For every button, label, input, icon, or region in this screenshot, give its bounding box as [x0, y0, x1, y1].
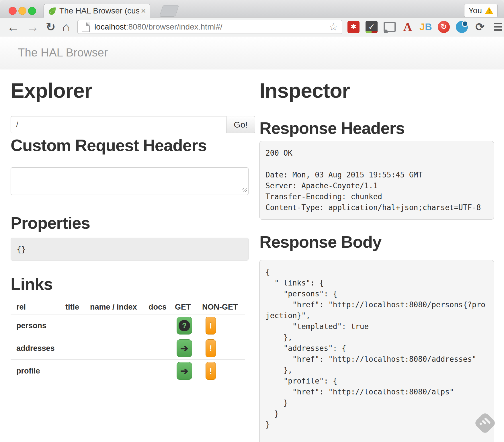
question-sign-icon: ? — [179, 320, 190, 331]
col-header-nonget: NON-GET — [202, 303, 245, 312]
bookmark-star-icon[interactable]: ☆ — [329, 21, 338, 33]
window-titlebar: The HAL Browser (customiz × You ! — [0, 0, 504, 17]
address-bar[interactable]: localhost:8080/browser/index.html#/ ☆ — [77, 20, 342, 34]
table-row-persons: persons ? ! — [11, 314, 245, 337]
window-zoom-button[interactable] — [28, 7, 36, 15]
lastpass-extension-icon[interactable]: ✱ — [347, 21, 360, 33]
profile-warning-icon: ! — [485, 7, 493, 14]
explorer-title: Explorer — [11, 79, 255, 102]
exclamation-icon: ! — [209, 321, 212, 330]
tab-title: The HAL Browser (customiz — [59, 6, 139, 15]
window-close-button[interactable] — [9, 7, 17, 15]
rel-label: persons — [11, 321, 65, 330]
blue-circle-extension-icon[interactable] — [456, 21, 468, 33]
back-icon[interactable]: ← — [7, 20, 19, 34]
browser-window: The HAL Browser (customiz × You ! ← → ↻ … — [0, 0, 504, 442]
non-get-button[interactable]: ! — [206, 339, 216, 357]
get-button[interactable]: ➔ — [177, 339, 192, 357]
cast-extension-icon[interactable] — [384, 21, 396, 33]
properties-title: Properties — [11, 213, 255, 232]
exclamation-icon: ! — [209, 366, 212, 376]
exclamation-icon: ! — [209, 343, 212, 353]
explorer-address-input[interactable] — [11, 116, 226, 133]
forward-icon[interactable]: → — [26, 20, 39, 34]
home-icon[interactable]: ⌂ — [62, 20, 70, 34]
rel-label: profile — [11, 367, 65, 375]
url-path: :8080/browser/index.html#/ — [126, 22, 222, 31]
col-header-title: title — [65, 303, 90, 312]
profile-button[interactable]: You ! — [464, 4, 498, 17]
response-headers-panel: 200 OK Date: Mon, 03 Aug 2015 19:55:45 G… — [259, 141, 494, 220]
table-row-profile: profile ➔ ! — [11, 360, 245, 382]
go-button[interactable]: Go! — [226, 116, 255, 133]
inspector-title: Inspector — [259, 79, 494, 102]
get-button[interactable]: ➔ — [177, 362, 192, 380]
page-icon — [82, 22, 90, 32]
browser-tab[interactable]: The HAL Browser (customiz × — [44, 4, 150, 17]
arrow-right-icon: ➔ — [180, 343, 189, 353]
url-text[interactable]: localhost:8080/browser/index.html#/ — [94, 22, 327, 32]
custom-headers-textarea[interactable] — [11, 167, 249, 195]
site-navbar: The HAL Browser — [0, 36, 504, 69]
links-title: Links — [11, 274, 255, 294]
reload-icon[interactable]: ↻ — [46, 20, 56, 34]
custom-headers-wrap — [11, 167, 249, 195]
response-body-title: Response Body — [259, 232, 494, 251]
extensions-row: ✱ ✓ A JB ↻ ⟳ — [347, 21, 504, 33]
col-header-docs: docs — [149, 303, 175, 312]
site-brand: The HAL Browser — [18, 36, 108, 69]
properties-value: {} — [17, 245, 26, 254]
checker-extension-icon[interactable]: ✓ — [366, 21, 378, 33]
letter-a-extension-icon[interactable]: A — [402, 21, 414, 33]
response-headers-title: Response Headers — [259, 118, 494, 138]
get-button[interactable]: ? — [177, 317, 192, 335]
sync-extension-icon[interactable]: ⟳ — [474, 21, 486, 33]
window-minimize-button[interactable] — [18, 7, 26, 15]
response-body-panel: { "_links": { "persons": { "href": "http… — [259, 260, 494, 442]
jetbrains-extension-icon[interactable]: JB — [420, 21, 432, 33]
red-refresh-extension-icon[interactable]: ↻ — [438, 21, 450, 33]
rel-label: addresses — [11, 344, 65, 353]
chrome-menu-icon[interactable] — [492, 21, 504, 33]
non-get-button[interactable]: ! — [206, 317, 216, 335]
col-header-name-index: name / index — [90, 303, 149, 312]
explorer-address-group: Go! — [11, 116, 255, 133]
arrow-right-icon: ➔ — [180, 366, 189, 376]
profile-name: You — [468, 6, 482, 15]
links-table-header: rel title name / index docs GET NON-GET — [11, 303, 245, 314]
inspector-column: Inspector Response Headers 200 OK Date: … — [259, 69, 494, 442]
spring-leaf-favicon — [48, 7, 56, 15]
properties-value-box: {} — [11, 238, 249, 261]
links-table: rel title name / index docs GET NON-GET … — [11, 303, 245, 382]
col-header-rel: rel — [11, 303, 65, 312]
non-get-button[interactable]: ! — [206, 362, 216, 380]
new-tab-button[interactable] — [159, 5, 179, 17]
table-row-addresses: addresses ➔ ! — [11, 337, 245, 360]
tab-close-icon[interactable]: × — [141, 7, 146, 15]
url-host: localhost — [94, 22, 126, 31]
custom-request-headers-title: Custom Request Headers — [11, 136, 255, 155]
browser-toolbar: ← → ↻ ⌂ localhost:8080/browser/index.htm… — [0, 17, 504, 36]
explorer-column: Explorer Go! Custom Request Headers Prop… — [11, 69, 255, 382]
col-header-get: GET — [175, 303, 202, 312]
